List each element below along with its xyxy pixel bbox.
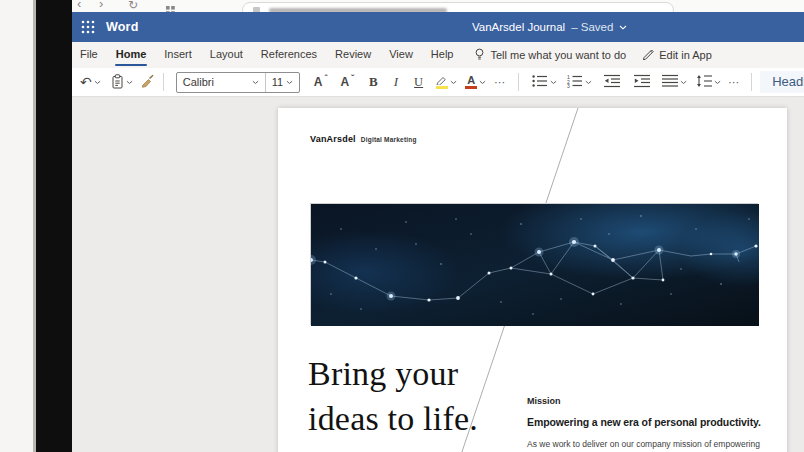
headline-line-2: ideas to life. <box>308 396 478 441</box>
indent-icon <box>634 74 650 90</box>
formatting-toolbar: ↶ Calibri <box>72 68 804 97</box>
italic-button[interactable]: I <box>394 74 398 90</box>
logo-tagline-text: Digital Marketing <box>361 136 417 143</box>
browser-apps-icon[interactable] <box>166 1 175 12</box>
headline-line-1: Bring your <box>308 351 478 396</box>
app-name[interactable]: Word <box>106 12 139 42</box>
bullets-button[interactable] <box>532 74 557 90</box>
alignment-button[interactable] <box>662 74 687 90</box>
bold-button[interactable]: B <box>369 74 378 90</box>
browser-chrome: ‹ › ↻ <box>72 0 804 12</box>
format-painter-button[interactable] <box>141 74 155 90</box>
desk-background <box>0 0 33 452</box>
word-titlebar: Word VanArsdel Journal – Saved <box>72 12 804 42</box>
chevron-down-icon <box>94 80 101 85</box>
browser-back-icon[interactable]: ‹ <box>77 0 81 12</box>
tab-file[interactable]: File <box>72 42 107 68</box>
undo-icon: ↶ <box>80 75 92 89</box>
outdent-icon <box>604 74 620 90</box>
mission-section-label: Mission <box>527 396 561 406</box>
chevron-down-icon <box>585 80 592 85</box>
font-color-button[interactable]: A <box>465 75 486 89</box>
chevron-down-icon <box>450 80 457 85</box>
edit-in-app-label: Edit in App <box>659 49 712 61</box>
document-page[interactable]: VanArsdel Digital Marketing <box>278 108 787 452</box>
document-title-text: VanArsdel Journal <box>472 21 565 33</box>
edit-in-app-button[interactable]: Edit in App <box>642 48 712 62</box>
pencil-icon <box>642 48 654 62</box>
browser-forward-icon[interactable]: › <box>99 0 103 12</box>
chevron-down-icon <box>126 80 133 85</box>
grow-font-icon: A <box>314 75 323 89</box>
divider <box>751 73 752 91</box>
ribbon-tabs: File Home Insert Layout References Revie… <box>72 42 804 68</box>
underline-button[interactable]: U <box>414 75 423 90</box>
mission-body-text: As we work to deliver on our company mis… <box>527 439 760 449</box>
highlighter-icon <box>435 75 448 89</box>
format-painter-icon <box>141 74 155 90</box>
address-bar[interactable] <box>242 2 674 12</box>
more-paragraph-options-button[interactable]: ⋯ <box>728 76 740 89</box>
divider <box>163 73 164 91</box>
clipboard-icon <box>111 74 124 91</box>
styles-gallery-button[interactable]: Heading <box>760 71 804 93</box>
tab-home[interactable]: Home <box>107 42 156 68</box>
font-controls: Calibri 11 <box>176 72 300 93</box>
paste-button[interactable] <box>111 74 133 91</box>
bullet-list-icon <box>532 74 548 90</box>
line-spacing-button[interactable] <box>696 74 721 90</box>
font-name-combobox[interactable]: Calibri <box>177 76 265 88</box>
numbering-button[interactable]: 123 <box>567 74 592 90</box>
banner-image[interactable] <box>310 203 758 325</box>
tab-help[interactable]: Help <box>422 42 463 68</box>
highlight-button[interactable] <box>435 75 457 89</box>
svg-text:3: 3 <box>567 83 570 88</box>
numbered-list-icon: 123 <box>567 74 583 90</box>
logo-brand-text: VanArsdel <box>310 134 356 144</box>
chevron-down-icon <box>550 80 557 85</box>
shrink-font-icon: A <box>340 75 349 89</box>
tab-view[interactable]: View <box>380 42 422 68</box>
tab-references[interactable]: References <box>252 42 326 68</box>
document-workspace: VanArsdel Digital Marketing <box>72 97 804 452</box>
font-name-value: Calibri <box>183 76 214 88</box>
tell-me-button[interactable]: Tell me what you want to do <box>474 48 626 63</box>
font-size-combobox[interactable]: 11 <box>265 73 299 92</box>
chevron-down-icon <box>680 80 687 85</box>
chevron-down-icon <box>252 80 259 85</box>
tab-insert[interactable]: Insert <box>155 42 201 68</box>
line-spacing-icon <box>696 74 712 90</box>
more-font-options-button[interactable]: ⋯ <box>494 76 506 89</box>
shrink-font-button[interactable]: Aˇ <box>340 75 354 89</box>
chevron-down-icon <box>714 80 721 85</box>
increase-indent-button[interactable] <box>634 74 650 90</box>
document-headline: Bring your ideas to life. <box>308 351 478 441</box>
grow-font-button[interactable]: Aˆ <box>314 75 328 89</box>
chevron-down-icon <box>479 80 486 85</box>
chevron-down-icon[interactable] <box>619 25 627 30</box>
screenshot-root: ‹ › ↻ Word VanArsdel Journal <box>0 0 804 452</box>
font-color-icon: A <box>465 75 477 89</box>
document-title[interactable]: VanArsdel Journal – Saved <box>472 12 627 42</box>
mission-heading: Empowering a new era of personal product… <box>527 416 761 428</box>
font-size-value: 11 <box>272 76 283 88</box>
lightbulb-icon <box>474 48 485 63</box>
company-logo: VanArsdel Digital Marketing <box>310 134 417 144</box>
decrease-indent-button[interactable] <box>604 74 620 90</box>
saved-status: – Saved <box>571 21 613 33</box>
divider <box>518 73 519 91</box>
chevron-down-icon <box>286 80 293 85</box>
undo-button[interactable]: ↶ <box>80 75 101 89</box>
tab-review[interactable]: Review <box>326 42 380 68</box>
align-icon <box>662 74 678 90</box>
browser-refresh-icon[interactable]: ↻ <box>128 0 138 12</box>
tell-me-label: Tell me what you want to do <box>490 49 626 61</box>
device-bezel <box>36 0 72 452</box>
tab-layout[interactable]: Layout <box>201 42 252 68</box>
browser-window: ‹ › ↻ Word VanArsdel Journal <box>72 0 804 452</box>
app-launcher-icon[interactable] <box>81 20 95 34</box>
